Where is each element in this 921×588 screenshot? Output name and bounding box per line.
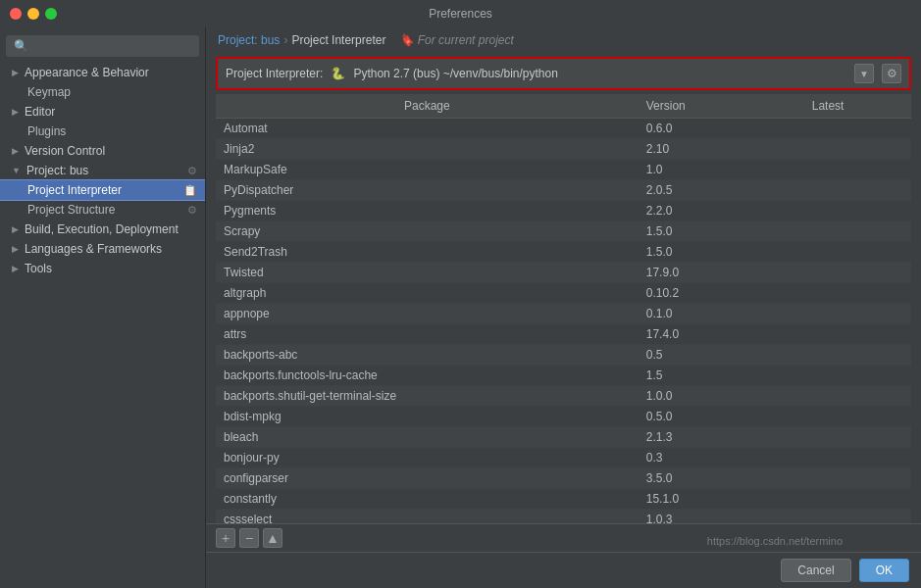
- cell-package: backports-abc: [216, 345, 639, 366]
- interpreter-gear-button[interactable]: ⚙: [882, 64, 901, 83]
- table-row[interactable]: Twisted17.9.0: [216, 263, 911, 283]
- col-version: Version: [639, 94, 804, 119]
- up-package-button[interactable]: ▲: [263, 528, 282, 548]
- table-row[interactable]: bonjour-py0.3: [216, 448, 911, 468]
- cell-latest: [804, 510, 911, 524]
- sidebar-item-project-interpreter[interactable]: Project Interpreter 📋: [0, 180, 205, 200]
- cell-package: altgraph: [216, 283, 639, 304]
- table-row[interactable]: bdist-mpkg0.5.0: [216, 407, 911, 427]
- sidebar-item-label: Version Control: [25, 144, 105, 158]
- cell-latest: [804, 407, 911, 427]
- minimize-button[interactable]: [27, 8, 39, 20]
- cell-version: 0.6.0: [639, 119, 804, 139]
- cell-latest: [804, 427, 911, 448]
- table-row[interactable]: bleach2.1.3: [216, 427, 911, 448]
- table-row[interactable]: Pygments2.2.0: [216, 201, 911, 221]
- interpreter-bar: Project Interpreter: 🐍 Python 2.7 (bus) …: [216, 57, 911, 90]
- maximize-button[interactable]: [45, 8, 57, 20]
- sidebar-item-project-bus[interactable]: ▼ Project: bus ⚙: [0, 161, 205, 180]
- interpreter-label: Project Interpreter:: [226, 67, 323, 80]
- chevron-right-icon: ▶: [12, 146, 19, 156]
- table-row[interactable]: backports.functools-lru-cache1.5: [216, 366, 911, 386]
- table-row[interactable]: Jinja22.10: [216, 139, 911, 160]
- bottom-bar: Cancel OK: [206, 552, 921, 588]
- cell-package: cssselect: [216, 510, 639, 524]
- sidebar-item-label: Project Interpreter: [27, 183, 122, 197]
- table-row[interactable]: MarkupSafe1.0: [216, 160, 911, 180]
- minus-icon: −: [245, 530, 253, 546]
- cell-package: Jinja2: [216, 139, 639, 160]
- ok-button[interactable]: OK: [859, 559, 909, 582]
- cell-version: 2.1.3: [639, 427, 804, 448]
- window-controls: [10, 8, 57, 20]
- cell-latest: [804, 324, 911, 345]
- table-row[interactable]: attrs17.4.0: [216, 324, 911, 345]
- cell-package: backports.shutil-get-terminal-size: [216, 386, 639, 407]
- cell-version: 1.5.0: [639, 221, 804, 242]
- add-package-button[interactable]: +: [216, 528, 235, 548]
- table-row[interactable]: backports-abc0.5: [216, 345, 911, 366]
- cell-package: Twisted: [216, 263, 639, 283]
- search-icon: 🔍: [14, 39, 28, 53]
- cell-latest: [804, 366, 911, 386]
- cell-version: 3.5.0: [639, 468, 804, 489]
- table-row[interactable]: altgraph0.10.2: [216, 283, 911, 304]
- sidebar-item-appearance[interactable]: ▶ Appearance & Behavior: [0, 63, 205, 82]
- chevron-right-icon: ▶: [12, 264, 19, 273]
- breadcrumb-current: Project Interpreter: [291, 33, 385, 47]
- table-row[interactable]: constantly15.1.0: [216, 489, 911, 510]
- python-icon: 🐍: [331, 67, 345, 80]
- cell-version: 2.10: [639, 139, 804, 160]
- sidebar-item-plugins[interactable]: Plugins: [0, 122, 205, 141]
- cell-latest: [804, 242, 911, 263]
- cell-latest: [804, 201, 911, 221]
- table-row[interactable]: Send2Trash1.5.0: [216, 242, 911, 263]
- plus-icon: +: [222, 530, 230, 546]
- title-bar: Preferences: [0, 0, 921, 27]
- cell-version: 1.0: [639, 160, 804, 180]
- cancel-button[interactable]: Cancel: [781, 559, 850, 582]
- package-table: Package Version Latest Automat0.6.0Jinja…: [216, 94, 911, 523]
- sidebar-item-tools[interactable]: ▶ Tools: [0, 259, 205, 278]
- cell-package: backports.functools-lru-cache: [216, 366, 639, 386]
- chevron-right-icon: ▶: [12, 68, 19, 77]
- sidebar-item-label: Project: bus: [26, 164, 88, 177]
- cell-version: 0.5.0: [639, 407, 804, 427]
- breadcrumb-project[interactable]: Project: bus: [218, 33, 280, 47]
- remove-package-button[interactable]: −: [239, 528, 259, 548]
- main-layout: 🔍 ▶ Appearance & Behavior Keymap ▶ Edito…: [0, 27, 921, 588]
- copy-icon: 📋: [183, 184, 197, 197]
- breadcrumb-separator: ›: [283, 33, 287, 47]
- cell-version: 17.9.0: [639, 263, 804, 283]
- sidebar-item-build-exec[interactable]: ▶ Build, Execution, Deployment: [0, 220, 205, 239]
- cell-latest: [804, 139, 911, 160]
- cell-version: 2.2.0: [639, 201, 804, 221]
- sidebar-item-languages[interactable]: ▶ Languages & Frameworks: [0, 239, 205, 259]
- sidebar-item-label: Editor: [25, 105, 55, 119]
- table-row[interactable]: cssselect1.0.3: [216, 510, 911, 524]
- table-row[interactable]: PyDispatcher2.0.5: [216, 180, 911, 201]
- table-row[interactable]: backports.shutil-get-terminal-size1.0.0: [216, 386, 911, 407]
- interpreter-dropdown-button[interactable]: ▼: [854, 64, 874, 83]
- sidebar-item-keymap[interactable]: Keymap: [0, 82, 205, 102]
- table-row[interactable]: configparser3.5.0: [216, 468, 911, 489]
- table-row[interactable]: Automat0.6.0: [216, 119, 911, 139]
- cell-package: Send2Trash: [216, 242, 639, 263]
- close-button[interactable]: [10, 8, 22, 20]
- cell-version: 2.0.5: [639, 180, 804, 201]
- cell-package: Pygments: [216, 201, 639, 221]
- window-title: Preferences: [429, 7, 492, 21]
- cell-package: configparser: [216, 468, 639, 489]
- table-row[interactable]: appnope0.1.0: [216, 304, 911, 324]
- search-input[interactable]: [32, 39, 191, 53]
- gear-icon: ⚙: [887, 67, 897, 80]
- chevron-right-icon: ▶: [12, 244, 19, 254]
- table-row[interactable]: Scrapy1.5.0: [216, 221, 911, 242]
- sidebar-search[interactable]: 🔍: [6, 35, 199, 57]
- cell-latest: [804, 160, 911, 180]
- sidebar-item-editor[interactable]: ▶ Editor: [0, 102, 205, 122]
- chevron-right-icon: ▶: [12, 224, 19, 234]
- sidebar-item-project-structure[interactable]: Project Structure ⚙: [0, 200, 205, 220]
- cell-package: attrs: [216, 324, 639, 345]
- sidebar-item-version-control[interactable]: ▶ Version Control: [0, 141, 205, 161]
